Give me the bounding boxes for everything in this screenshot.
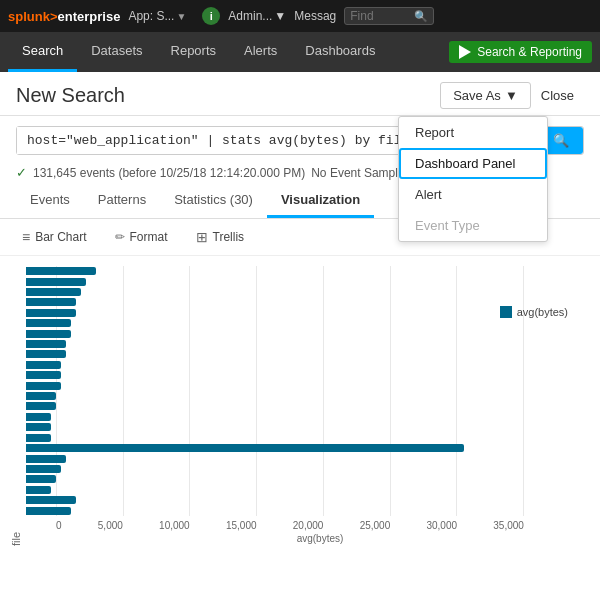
bar (26, 298, 76, 306)
bar-row (26, 443, 524, 453)
x-axis-sublabel: avg(bytes) (26, 531, 584, 544)
bar (26, 475, 56, 483)
bar (26, 465, 61, 473)
search-reporting-area: Search & Reporting (449, 32, 592, 72)
bar (26, 371, 61, 379)
chart-legend: avg(bytes) (500, 306, 568, 318)
x-axis-tick: 0 (56, 520, 62, 531)
dropdown-item-dashboard-panel[interactable]: Dashboard Panel (399, 148, 547, 179)
bar-row (26, 339, 524, 349)
bar-chart-icon (22, 229, 30, 245)
bar (26, 434, 51, 442)
app-name[interactable]: App: S... ▼ (128, 9, 186, 23)
nav-item-datasets[interactable]: Datasets (77, 32, 156, 72)
x-axis-tick: 20,000 (293, 520, 324, 531)
bar (26, 423, 51, 431)
info-icon[interactable]: i (202, 7, 220, 25)
chart-inner: avg(bytes) 05,00010,00015,00020,00025,00… (26, 266, 584, 546)
bar-row (26, 485, 524, 495)
x-axis-tick: 15,000 (226, 520, 257, 531)
bar-row (26, 454, 524, 464)
tab-events[interactable]: Events (16, 184, 84, 218)
bar-row (26, 506, 524, 516)
chart-container: file avg(bytes) (10, 266, 584, 546)
event-count: 131,645 events (before 10/25/18 12:14:20… (33, 166, 305, 180)
bar-row (26, 266, 524, 276)
play-icon (459, 45, 471, 59)
find-search-icon[interactable]: 🔍 (414, 10, 428, 23)
bar-row (26, 370, 524, 380)
x-axis-tick: 5,000 (98, 520, 123, 531)
format-button[interactable]: Format (109, 228, 174, 246)
bar (26, 340, 66, 348)
tab-visualization[interactable]: Visualization (267, 184, 374, 218)
legend-color (500, 306, 512, 318)
bar (26, 278, 86, 286)
bar-row (26, 474, 524, 484)
x-axis-tick: 30,000 (426, 520, 457, 531)
secondary-nav: Search Datasets Reports Alerts Dashboard… (0, 32, 600, 72)
tab-statistics[interactable]: Statistics (30) (160, 184, 267, 218)
bar (26, 350, 66, 358)
messages-link[interactable]: Messag (294, 9, 336, 23)
close-button[interactable]: Close (531, 83, 584, 108)
admin-chevron-icon: ▼ (274, 9, 286, 23)
bar (26, 309, 76, 317)
bar-row (26, 412, 524, 422)
find-input[interactable] (350, 9, 410, 23)
bar-row (26, 318, 524, 328)
top-bar: splunk>enterprise App: S... ▼ i Admin...… (0, 0, 600, 32)
check-icon: ✓ (16, 165, 27, 180)
bar (26, 361, 61, 369)
bar-row (26, 297, 524, 307)
trellis-icon (196, 229, 208, 245)
find-box[interactable]: 🔍 (344, 7, 434, 25)
y-axis-label: file (10, 266, 22, 546)
page-title: New Search (16, 84, 440, 107)
save-as-button[interactable]: Save As ▼ (440, 82, 531, 109)
nav-item-alerts[interactable]: Alerts (230, 32, 291, 72)
bar-row (26, 360, 524, 370)
admin-menu[interactable]: Admin... ▼ (228, 9, 286, 23)
trellis-button[interactable]: Trellis (190, 227, 251, 247)
nav-item-search[interactable]: Search (8, 32, 77, 72)
dropdown-item-alert[interactable]: Alert (399, 179, 547, 210)
bar-row (26, 422, 524, 432)
chart-area: file avg(bytes) (0, 256, 600, 576)
nav-item-dashboards[interactable]: Dashboards (291, 32, 389, 72)
bar-row (26, 401, 524, 411)
x-axis-tick: 10,000 (159, 520, 190, 531)
x-axis-tick: 25,000 (360, 520, 391, 531)
bar-row (26, 433, 524, 443)
x-axis: 05,00010,00015,00020,00025,00030,00035,0… (26, 516, 584, 531)
bar-row (26, 308, 524, 318)
bar (26, 455, 66, 463)
nav-item-reports[interactable]: Reports (157, 32, 231, 72)
save-as-chevron-icon: ▼ (505, 88, 518, 103)
bar (26, 444, 464, 452)
bar (26, 496, 76, 504)
bar-row (26, 391, 524, 401)
bar-chart-button[interactable]: Bar Chart (16, 227, 93, 247)
bars-wrapper: avg(bytes) (26, 266, 584, 516)
save-as-dropdown: Report Dashboard Panel Alert Event Type (398, 116, 548, 242)
bar (26, 392, 56, 400)
bars-container (26, 266, 584, 516)
format-icon (115, 230, 125, 244)
bar (26, 382, 61, 390)
bar (26, 330, 71, 338)
tab-patterns[interactable]: Patterns (84, 184, 160, 218)
app-chevron-icon: ▼ (176, 11, 186, 22)
bar-row (26, 381, 524, 391)
bar (26, 507, 71, 515)
dropdown-item-report[interactable]: Report (399, 117, 547, 148)
page-header: New Search Save As ▼ Close Report Dashbo… (0, 72, 600, 116)
bar-row (26, 277, 524, 287)
splunk-logo: splunk>enterprise (8, 9, 120, 24)
search-reporting-button[interactable]: Search & Reporting (449, 41, 592, 63)
legend-label: avg(bytes) (517, 306, 568, 318)
dropdown-item-event-type: Event Type (399, 210, 547, 241)
bar (26, 413, 51, 421)
bar (26, 402, 56, 410)
bar (26, 319, 71, 327)
